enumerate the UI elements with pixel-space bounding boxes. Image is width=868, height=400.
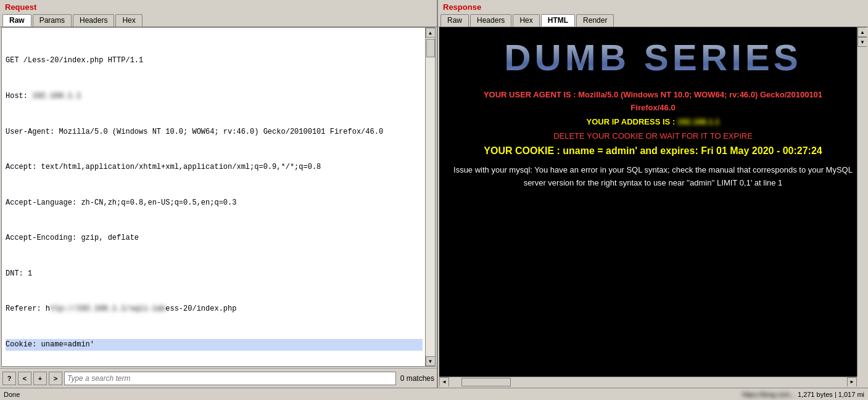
status-url-blurred: https://bing.com... <box>742 391 796 398</box>
scroll-thumb[interactable] <box>426 39 435 57</box>
ip-value: 192.168.1.1 <box>677 115 720 129</box>
tab-html-response[interactable]: HTML <box>541 14 575 27</box>
request-line-4: Accept: text/html,application/xhtml+xml,… <box>6 161 423 173</box>
request-line-1: GET /Less-20/index.php HTTP/1.1 <box>6 55 423 67</box>
status-bar: Done https://bing.com... 1,271 bytes | 1… <box>0 388 868 400</box>
help-button[interactable]: ? <box>2 372 16 385</box>
request-line-3: User-Agent: Mozilla/5.0 (Windows NT 10.0… <box>6 126 423 138</box>
resp-h-thumb[interactable] <box>461 378 511 386</box>
resp-scroll-right[interactable]: ► <box>847 377 857 387</box>
request-line-5: Accept-Language: zh-CN,zh;q=0.8,en-US;q=… <box>6 197 423 209</box>
sql-error-display: Issue with your mysql: You have an error… <box>445 164 861 190</box>
tab-headers-response[interactable]: Headers <box>470 14 511 27</box>
request-header: Request <box>0 0 437 13</box>
scroll-corner <box>857 377 867 386</box>
next-button[interactable]: > <box>49 372 62 385</box>
tab-headers-request[interactable]: Headers <box>73 14 114 27</box>
response-content-area: DUMB SERIES YOUR USER AGENT IS : Mozilla… <box>439 27 867 386</box>
search-toolbar: ? < + > 0 matches <box>0 368 437 388</box>
ua-label: YOUR USER AGENT IS : <box>484 90 578 99</box>
resp-scroll-left[interactable]: ◄ <box>439 377 449 387</box>
request-content-area: GET /Less-20/index.php HTTP/1.1 Host: 19… <box>1 27 436 367</box>
response-panel: Response Raw Headers Hex HTML Render DUM… <box>438 0 868 388</box>
tab-raw-request[interactable]: Raw <box>2 14 31 27</box>
status-left: Done <box>4 391 20 398</box>
request-line-2: Host: 192.168.1.1 <box>6 91 423 102</box>
tab-render-response[interactable]: Render <box>576 14 614 27</box>
cookie-display: YOUR COOKIE : uname = admin' and expires… <box>445 143 861 159</box>
prev-button[interactable]: < <box>18 372 31 385</box>
tab-raw-response[interactable]: Raw <box>440 14 469 27</box>
scroll-up-btn[interactable]: ▲ <box>426 28 436 38</box>
response-header: Response <box>438 0 868 13</box>
request-scrollbar[interactable]: ▲ ▼ <box>425 28 435 366</box>
response-v-scrollbar[interactable]: ▲ ▼ <box>857 27 867 377</box>
request-text-content: GET /Less-20/index.php HTTP/1.1 Host: 19… <box>2 28 435 367</box>
ip-display: YOUR IP ADDRESS IS : 192.168.1.1 <box>445 115 861 129</box>
tab-hex-response[interactable]: Hex <box>513 14 539 27</box>
tab-hex-request[interactable]: Hex <box>115 14 142 27</box>
dumb-series-title: DUMB SERIES <box>445 33 861 89</box>
request-line-8: Referer: http://192.168.1.1/sqli-labess-… <box>6 303 423 315</box>
status-right: https://bing.com... 1,271 bytes | 1,017 … <box>742 391 864 398</box>
tab-params-request[interactable]: Params <box>33 14 72 27</box>
response-html-content: DUMB SERIES YOUR USER AGENT IS : Mozilla… <box>439 27 867 196</box>
ua-value-2: Firefox/46.0 <box>630 103 675 112</box>
request-line-7: DNT: 1 <box>6 268 423 280</box>
ip-label: YOUR IP ADDRESS IS : <box>586 117 677 126</box>
status-size: 1,271 bytes | 1,017 mi <box>798 391 864 398</box>
user-agent-display: YOUR USER AGENT IS : Mozilla/5.0 (Window… <box>445 89 861 115</box>
scroll-down-btn[interactable]: ▼ <box>426 356 436 366</box>
request-tabs-bar: Raw Params Headers Hex <box>0 13 437 27</box>
scroll-track <box>426 38 435 356</box>
response-tabs-bar: Raw Headers Hex HTML Render <box>438 13 868 27</box>
search-input[interactable] <box>64 372 396 385</box>
delete-cookie-display: DELETE YOUR COOKIE OR WAIT FOR IT TO EXP… <box>445 129 861 143</box>
request-line-9: Cookie: uname=admin' <box>6 339 423 351</box>
ua-value: Mozilla/5.0 (Windows NT 10.0; WOW64; rv:… <box>578 90 822 99</box>
request-line-6: Accept-Encoding: gzip, deflate <box>6 232 423 244</box>
add-button[interactable]: + <box>33 372 47 385</box>
request-panel: Request Raw Params Headers Hex GET /Less… <box>0 0 438 388</box>
match-count: 0 matches <box>398 374 434 383</box>
response-h-scrollbar[interactable]: ◄ ► <box>439 377 857 386</box>
